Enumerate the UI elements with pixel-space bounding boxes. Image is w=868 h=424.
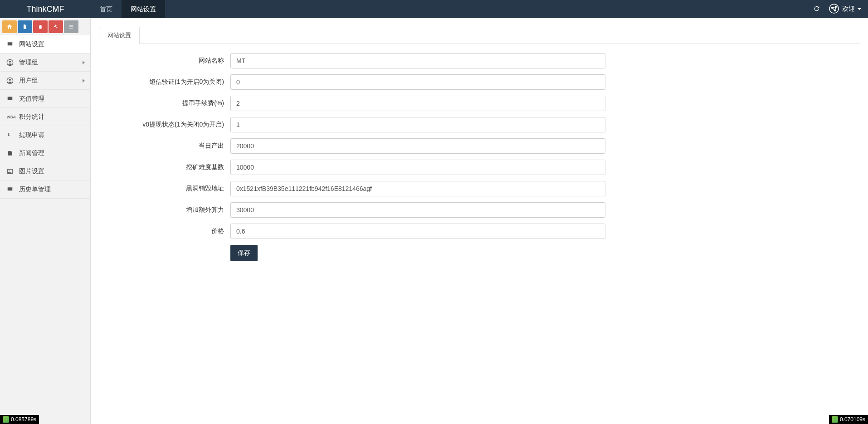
sidebar-item-points[interactable]: VISA 积分统计: [0, 108, 90, 126]
flame-icon: [3, 416, 9, 423]
sidebar-item-label: 历史单管理: [19, 185, 51, 194]
monitor-icon: [6, 96, 15, 102]
label-mining-difficulty: 挖矿难度基数: [99, 163, 230, 171]
sidebar-item-label: 管理组: [19, 58, 38, 67]
chevron-right-icon: [83, 61, 85, 64]
debug-timer-right[interactable]: 0.070109s: [829, 415, 868, 424]
content-area: 网站设置 网站名称 短信验证(1为开启0为关闭) 提币手续费(%) v0提现状态…: [91, 18, 868, 424]
content-tabs: 网站设置: [99, 26, 860, 44]
label-daily-output: 当日产出: [99, 142, 230, 150]
debug-timer-value: 0.085789s: [11, 416, 36, 423]
visa-icon: VISA: [6, 115, 15, 119]
sidebar-item-withdraw[interactable]: 提现申请: [0, 126, 90, 144]
label-withdraw-fee: 提币手续费(%): [99, 99, 230, 107]
input-extra-hashrate[interactable]: [230, 202, 605, 218]
sidebar-item-image[interactable]: 图片设置: [0, 162, 90, 180]
svg-point-5: [9, 61, 11, 63]
user-menu[interactable]: 欢迎: [829, 3, 861, 15]
input-daily-output[interactable]: [230, 138, 605, 154]
label-v0-withdraw-status: v0提现状态(1为关闭0为开启): [99, 121, 230, 129]
label-price: 价格: [99, 227, 230, 235]
user-circle-icon: [6, 77, 15, 84]
label-site-name: 网站名称: [99, 57, 230, 65]
news-icon: [6, 150, 15, 156]
sidebar-item-label: 提现申请: [19, 131, 44, 139]
label-extra-hashrate: 增加额外算力: [99, 206, 230, 214]
sidebar: 网站设置 管理组 用户组 充值管理 VISA 积分统计: [0, 18, 91, 424]
input-burn-address[interactable]: [230, 181, 605, 196]
monitor-icon: [6, 186, 15, 193]
svg-point-7: [9, 79, 11, 81]
monitor-icon: [6, 41, 15, 48]
toolbar-list-button[interactable]: [64, 20, 78, 33]
toolbar-trash-button[interactable]: [33, 20, 48, 33]
input-price[interactable]: [230, 224, 605, 239]
sidebar-menu: 网站设置 管理组 用户组 充值管理 VISA 积分统计: [0, 35, 90, 199]
sidebar-item-label: 充值管理: [19, 95, 44, 103]
chevron-down-icon: [858, 8, 861, 10]
sidebar-item-label: 新闻管理: [19, 149, 44, 157]
svg-point-0: [829, 4, 839, 13]
input-site-name[interactable]: [230, 53, 605, 68]
content-tab-settings[interactable]: 网站设置: [99, 27, 140, 44]
sidebar-item-site-settings[interactable]: 网站设置: [0, 35, 90, 54]
sidebar-item-label: 图片设置: [19, 167, 44, 175]
input-mining-difficulty[interactable]: [230, 160, 605, 175]
sidebar-item-history[interactable]: 历史单管理: [0, 180, 90, 199]
toolbar-home-button[interactable]: [2, 20, 17, 33]
flame-icon: [832, 416, 838, 423]
brand: ThinkCMF: [0, 0, 91, 18]
label-burn-address: 黑洞销毁地址: [99, 185, 230, 193]
debug-timer-left[interactable]: 0.085789s: [0, 415, 39, 424]
tab-home[interactable]: 首页: [91, 0, 122, 18]
save-button[interactable]: 保存: [230, 245, 258, 261]
label-sms-verify: 短信验证(1为开启0为关闭): [99, 78, 230, 86]
sidebar-item-label: 用户组: [19, 77, 38, 85]
sidebar-toolbar: [0, 18, 90, 35]
toolbar-file-button[interactable]: [18, 20, 32, 33]
sidebar-item-recharge[interactable]: 充值管理: [0, 90, 90, 108]
share-icon: [829, 3, 839, 15]
dollar-icon: [6, 132, 15, 139]
toolbar-recycle-button[interactable]: [49, 20, 63, 33]
input-sms-verify[interactable]: [230, 74, 605, 90]
sidebar-item-user-group[interactable]: 用户组: [0, 72, 90, 90]
input-withdraw-fee[interactable]: [230, 96, 605, 111]
user-label: 欢迎: [842, 5, 855, 13]
navbar: ThinkCMF 首页 网站设置 欢迎: [0, 0, 868, 18]
sidebar-item-label: 网站设置: [19, 40, 44, 49]
input-v0-withdraw-status[interactable]: [230, 117, 605, 132]
debug-timer-value: 0.070109s: [840, 416, 865, 423]
sidebar-item-news[interactable]: 新闻管理: [0, 144, 90, 162]
chevron-right-icon: [83, 79, 85, 83]
sidebar-item-label: 积分统计: [19, 113, 44, 121]
refresh-icon[interactable]: [813, 5, 820, 14]
image-icon: [6, 168, 15, 175]
settings-form: 网站名称 短信验证(1为开启0为关闭) 提币手续费(%) v0提现状态(1为关闭…: [99, 53, 860, 261]
tab-site-settings[interactable]: 网站设置: [122, 0, 165, 18]
navbar-tabs: 首页 网站设置: [91, 0, 165, 18]
sidebar-item-admin-group[interactable]: 管理组: [0, 54, 90, 72]
svg-point-9: [9, 170, 10, 171]
user-circle-icon: [6, 59, 15, 66]
